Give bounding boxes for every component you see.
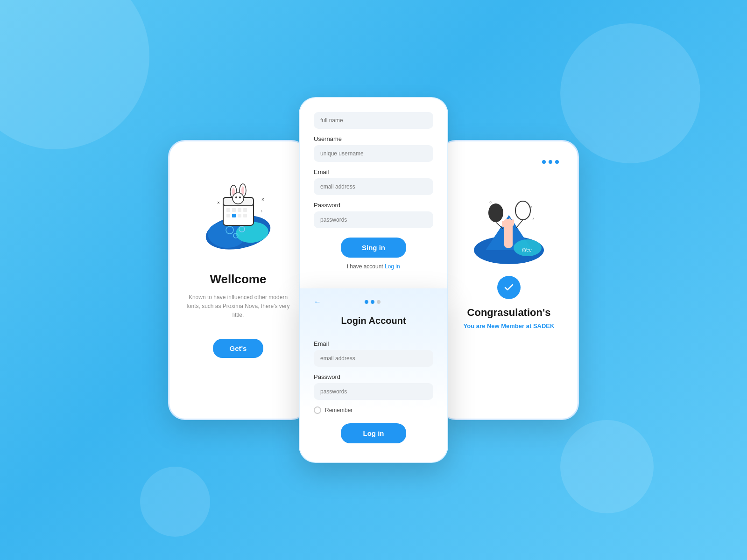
password-group-login: Password xyxy=(314,373,433,400)
svg-point-17 xyxy=(233,193,244,204)
username-label: Username xyxy=(314,135,433,142)
check-icon xyxy=(503,282,514,293)
remember-row: Remember xyxy=(314,406,433,414)
remember-label: Remember xyxy=(325,407,352,413)
svg-rect-7 xyxy=(238,208,241,212)
congrats-dot-3 xyxy=(555,160,559,164)
fullname-input[interactable] xyxy=(314,112,433,129)
back-icon[interactable]: ← xyxy=(314,298,321,306)
welcome-title: Wellcome xyxy=(210,272,267,287)
username-input[interactable] xyxy=(314,145,433,162)
svg-text:♪: ♪ xyxy=(261,209,262,213)
congrats-description: You are New Member at SADEK xyxy=(464,322,555,329)
svg-rect-9 xyxy=(226,214,230,217)
password-group-top: Password xyxy=(314,202,433,228)
svg-point-16 xyxy=(241,186,244,195)
login-nav: ← xyxy=(314,298,433,306)
signin-button[interactable]: Sing in xyxy=(341,238,406,258)
svg-point-19 xyxy=(239,196,241,198)
login-link[interactable]: Log in xyxy=(385,263,400,270)
congrats-title: Congrasulation's xyxy=(467,307,551,319)
signup-card: Username Email Password Sing in i have a… xyxy=(299,97,448,288)
svg-rect-12 xyxy=(243,214,247,217)
svg-text:×: × xyxy=(217,200,220,205)
email-input-login[interactable] xyxy=(314,350,433,367)
password-input-top[interactable] xyxy=(314,211,433,228)
svg-text:♪: ♪ xyxy=(532,217,534,221)
email-label-login: Email xyxy=(314,340,433,347)
center-column: Username Email Password Sing in i have a… xyxy=(299,97,448,463)
password-input-login[interactable] xyxy=(314,383,433,400)
svg-point-18 xyxy=(235,196,237,198)
screens-container: × × ♪ Wellcome Known to have influenced … xyxy=(168,97,579,463)
svg-rect-32 xyxy=(505,219,507,225)
password-label-top: Password xyxy=(314,202,433,209)
congrats-illustration: × ○ ♪ ℓℓℓee xyxy=(462,173,556,266)
dot-1 xyxy=(365,300,368,304)
svg-text:○: ○ xyxy=(489,200,492,204)
svg-point-37 xyxy=(515,201,530,220)
brand-name: SADEK xyxy=(533,322,555,329)
svg-rect-5 xyxy=(226,208,230,212)
svg-text:ℓℓℓee: ℓℓℓee xyxy=(521,247,532,252)
login-title: Login Account xyxy=(314,315,433,326)
congrats-dot-2 xyxy=(549,160,552,164)
congrats-dot-1 xyxy=(542,160,546,164)
welcome-card: × × ♪ Wellcome Known to have influenced … xyxy=(168,140,308,420)
gets-button[interactable]: Get's xyxy=(213,339,264,358)
congrats-card: × ○ ♪ ℓℓℓee Congrasulation's You are New… xyxy=(439,140,579,420)
svg-rect-6 xyxy=(232,208,236,212)
welcome-description: Known to have influenced other modern fo… xyxy=(183,293,293,320)
svg-rect-34 xyxy=(512,219,514,225)
email-group-top: Email xyxy=(314,168,433,195)
email-label-top: Email xyxy=(314,168,433,175)
svg-rect-11 xyxy=(238,214,241,217)
progress-dots xyxy=(365,300,381,304)
welcome-illustration: × × ♪ xyxy=(191,160,285,253)
fullname-group xyxy=(314,112,433,129)
username-group: Username xyxy=(314,135,433,162)
bg-decoration-2 xyxy=(560,23,700,163)
dot-2 xyxy=(371,300,374,304)
login-card: ← Login Account Email Password Remember xyxy=(299,288,448,463)
email-group-login: Email xyxy=(314,340,433,367)
svg-line-38 xyxy=(516,220,523,228)
remember-checkbox[interactable] xyxy=(314,406,321,414)
svg-rect-8 xyxy=(243,208,247,212)
svg-point-35 xyxy=(488,203,503,222)
bg-decoration-4 xyxy=(140,467,210,537)
congrats-icon-wrap xyxy=(497,276,521,299)
svg-rect-10 xyxy=(232,214,236,217)
svg-text:×: × xyxy=(530,204,532,209)
svg-rect-33 xyxy=(508,218,511,225)
have-account-text: i have account Log in xyxy=(314,263,433,270)
login-button[interactable]: Log in xyxy=(341,423,406,443)
congrats-dots xyxy=(542,160,559,164)
svg-text:×: × xyxy=(261,197,264,202)
email-input-top[interactable] xyxy=(314,178,433,195)
dot-3 xyxy=(377,300,381,304)
svg-rect-31 xyxy=(502,221,504,227)
password-label-login: Password xyxy=(314,373,433,380)
bg-decoration-1 xyxy=(0,0,149,149)
